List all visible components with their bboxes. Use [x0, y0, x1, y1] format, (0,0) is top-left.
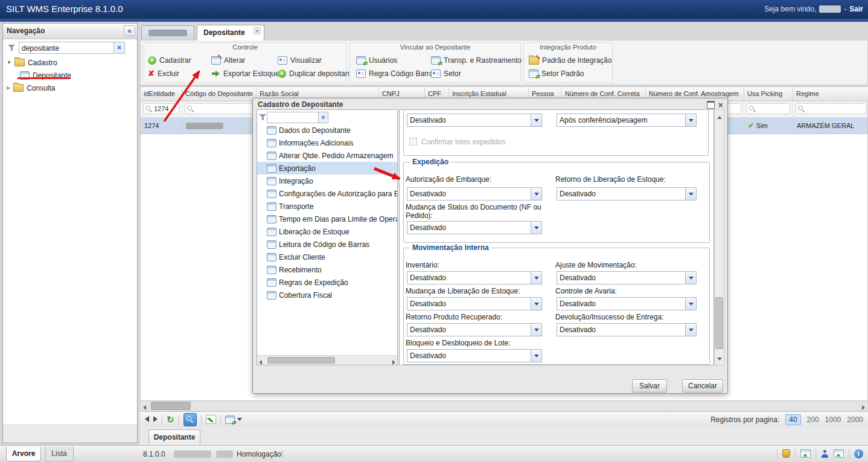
expanded-arrow-icon[interactable]: ▼	[7, 60, 11, 65]
dropdown-mudanca-status-doc[interactable]: Desativado	[407, 221, 542, 234]
alterar-button[interactable]: ✎Alterar	[211, 54, 245, 66]
clear-filter-icon[interactable]: ×	[318, 112, 328, 123]
cancel-button[interactable]: Cancelar	[682, 379, 723, 393]
scroll-left-icon[interactable]	[259, 358, 262, 365]
nav-item[interactable]: Transporte	[257, 200, 397, 213]
close-icon[interactable]: ×	[718, 101, 723, 109]
search-toggle-button[interactable]	[183, 413, 197, 426]
maximize-icon[interactable]	[707, 101, 715, 109]
nav-item[interactable]: Tempo em Dias para Limite de Operaçã	[257, 213, 397, 225]
chevron-down-icon[interactable]	[531, 350, 541, 362]
exportar-estoque-button[interactable]: Exportar Estoque	[211, 68, 279, 80]
filter-regime-input[interactable]	[796, 103, 866, 114]
trophy-icon[interactable]	[782, 449, 790, 458]
nav-item[interactable]: Alterar Qtde. Pedido Armazenagem	[257, 149, 397, 162]
tab-arvore[interactable]: Arvore	[6, 447, 41, 461]
dialog-filter-input[interactable]: ×	[267, 112, 328, 123]
tree-node-consulta[interactable]: ▶ Consulta	[7, 82, 133, 94]
dropdown-autorizacao-embarque[interactable]: Desativado	[407, 187, 542, 201]
column-header[interactable]: Regime	[793, 87, 868, 101]
tree-node-depositante[interactable]: Depositante	[20, 69, 135, 82]
page-size-2000[interactable]: 2000	[847, 415, 863, 424]
cadastrar-button[interactable]: +Cadastrar	[148, 54, 191, 66]
chevron-down-icon[interactable]	[531, 298, 541, 310]
save-button[interactable]: Salvar	[632, 379, 667, 393]
chevron-down-icon[interactable]	[685, 272, 696, 284]
form-vertical-scrollbar[interactable]	[714, 109, 724, 365]
sidebar-filter-input[interactable]: depositante ×	[19, 42, 125, 54]
chevron-down-icon[interactable]	[531, 222, 541, 234]
dropdown-devolucao-insucesso[interactable]: Desativado	[557, 323, 697, 336]
dropdown-mudanca-liberacao[interactable]: Desativado	[407, 297, 542, 310]
scroll-left-icon[interactable]	[143, 403, 146, 412]
chevron-down-icon[interactable]	[531, 324, 541, 336]
info-icon[interactable]: i	[854, 449, 863, 458]
nav-item[interactable]: Informações Adicionais	[257, 136, 397, 149]
nav-item[interactable]: Liberação de Estoque	[257, 225, 397, 238]
column-header[interactable]: Usa Picking	[744, 87, 793, 101]
padrao-integracao-button[interactable]: ✎Padrão de Integração	[529, 54, 611, 66]
transp-rastreamento-button[interactable]: ⇄Transp. e Rastreamento	[431, 54, 522, 66]
chart-button[interactable]	[206, 415, 216, 424]
export-menu-button[interactable]: ⇄	[225, 415, 242, 424]
nav-item-selected[interactable]: Exportação	[257, 162, 397, 175]
dropdown-bloqueio-lote[interactable]: Desativado	[407, 349, 542, 362]
collapse-panel-button[interactable]: «	[124, 25, 135, 36]
column-header[interactable]: idEntidade	[141, 87, 182, 101]
nav-item[interactable]: Configurações de Autorização para Blo	[257, 187, 397, 200]
logout-link[interactable]: Sair	[849, 5, 863, 13]
tab-label[interactable]: Depositante	[203, 28, 245, 37]
dropdown-retorno-liberacao[interactable]: Desativado	[557, 187, 697, 201]
scrollbar-thumb[interactable]	[151, 402, 191, 410]
usuarios-button[interactable]: ⇄Usuários	[356, 54, 397, 66]
user-icon[interactable]	[821, 450, 829, 458]
dropdown-retorno-produto[interactable]: Desativado	[407, 323, 542, 336]
picture-icon[interactable]	[834, 449, 844, 458]
dropdown-ajuste-movimentacao[interactable]: Desativado	[557, 271, 697, 284]
chevron-down-icon[interactable]	[685, 298, 696, 310]
scrollbar-thumb[interactable]	[715, 297, 723, 349]
dropdown-controle-avaria[interactable]: Desativado	[557, 297, 697, 310]
refresh-icon[interactable]: ↻	[167, 415, 174, 424]
collapsed-arrow-icon[interactable]: ▶	[7, 85, 10, 91]
scroll-up-icon[interactable]	[717, 112, 722, 121]
tab-depositante[interactable]: Depositante ×	[197, 25, 264, 40]
chevron-down-icon[interactable]	[685, 188, 696, 200]
nav-item[interactable]: Regras de Expedição	[257, 276, 397, 289]
setor-padrao-button[interactable]: ⇄Setor Padrão	[529, 68, 584, 80]
scrollbar-thumb[interactable]	[267, 357, 335, 364]
tab-close-icon[interactable]: ×	[254, 27, 261, 34]
filter-usa-picking-input[interactable]	[747, 103, 790, 114]
page-size-1000[interactable]: 1000	[825, 415, 841, 424]
chevron-down-icon[interactable]	[531, 114, 541, 126]
page-size-40[interactable]: 40	[785, 414, 800, 425]
excluir-button[interactable]: ✘Excluir	[148, 68, 179, 80]
filter-identidade-input[interactable]: 1274	[143, 103, 179, 114]
nav-item[interactable]: Excluir Cliente	[257, 251, 397, 263]
visualizar-button[interactable]: Visualizar	[278, 54, 322, 66]
scroll-down-icon[interactable]	[717, 354, 722, 362]
prev-page-icon[interactable]	[145, 415, 149, 424]
tree-node-label[interactable]: Consulta	[27, 84, 55, 92]
tab-inactive[interactable]	[141, 25, 194, 40]
picture-icon[interactable]	[800, 449, 811, 458]
setor-button[interactable]: Setor	[431, 68, 461, 80]
nav-horizontal-scrollbar[interactable]	[257, 355, 397, 365]
nav-item[interactable]: Recebimento	[257, 263, 397, 276]
scroll-right-icon[interactable]	[392, 358, 395, 365]
grid-horizontal-scrollbar[interactable]	[141, 400, 867, 411]
bottom-tab-depositante[interactable]: Depositante	[148, 429, 200, 445]
nav-item[interactable]: Integração	[257, 175, 397, 187]
chevron-down-icon[interactable]	[531, 272, 541, 284]
page-size-200[interactable]: 200	[807, 415, 819, 424]
nav-item[interactable]: Dados do Depositante	[257, 124, 397, 136]
chevron-down-icon[interactable]	[685, 114, 696, 126]
tree-node-cadastro[interactable]: ▼ Cadastro	[7, 56, 133, 69]
dropdown-top-left[interactable]: Desativado	[407, 114, 542, 127]
scroll-right-icon[interactable]	[862, 403, 865, 412]
regra-codigo-barra-button[interactable]: Regra Código Barra	[356, 68, 433, 80]
next-page-icon[interactable]	[153, 415, 158, 424]
dropdown-inventario[interactable]: Desativado	[407, 271, 542, 284]
nav-item[interactable]: Leitura de Código de Barras	[257, 238, 397, 251]
tab-lista[interactable]: Lista	[45, 447, 74, 461]
